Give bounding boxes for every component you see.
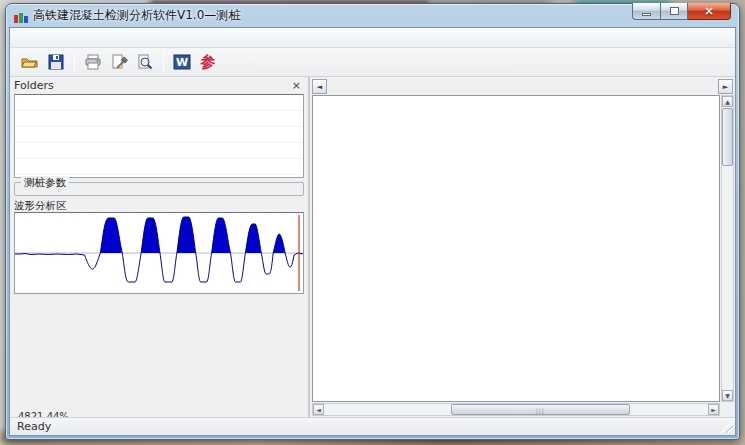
pile-params-title: 测桩参数 bbox=[21, 176, 69, 190]
minimize-button[interactable] bbox=[632, 3, 661, 20]
vertical-scroll-thumb[interactable] bbox=[722, 108, 733, 166]
scroll-right-button[interactable]: ► bbox=[708, 404, 719, 415]
scroll-left-button[interactable]: ◄ bbox=[313, 404, 324, 415]
parameters-icon: 参 bbox=[201, 53, 216, 72]
folder-list[interactable] bbox=[14, 94, 304, 178]
vertical-scrollbar[interactable]: ▲ ▼ bbox=[721, 95, 734, 402]
tab-strip: ◄ ► bbox=[310, 77, 735, 95]
waveform-controls bbox=[14, 297, 304, 312]
window-body: W 参 Folders × 测桩参数 波形分析区 bbox=[9, 27, 736, 436]
status-bar: Ready bbox=[10, 417, 735, 435]
folders-pane-header: Folders × bbox=[14, 77, 304, 93]
maximize-icon bbox=[670, 7, 679, 15]
status-text: Ready bbox=[17, 420, 718, 433]
page-setup-button[interactable] bbox=[107, 51, 131, 73]
data-table-container bbox=[312, 95, 720, 402]
titlebar[interactable]: 高铁建混凝土检测分析软件V1.0—测桩 × bbox=[6, 4, 739, 27]
scroll-up-button[interactable]: ▲ bbox=[722, 96, 733, 107]
folders-pane: Folders × 测桩参数 波形分析区 bbox=[10, 77, 310, 417]
horizontal-scroll-thumb[interactable]: ||| bbox=[451, 404, 630, 415]
pane-close-icon[interactable]: × bbox=[289, 79, 304, 92]
waveform-svg bbox=[15, 213, 303, 293]
close-button[interactable]: × bbox=[688, 3, 731, 20]
close-icon: × bbox=[704, 4, 714, 18]
toolbar-separator bbox=[74, 52, 75, 72]
word-export-button[interactable]: W bbox=[170, 51, 194, 73]
parameters-button[interactable]: 参 bbox=[196, 51, 220, 73]
horizontal-scrollbar[interactable]: ◄ ||| ► bbox=[312, 403, 720, 416]
waveform-area-label: 波形分析区 bbox=[14, 199, 304, 212]
tab-scroll-right-button[interactable]: ► bbox=[718, 79, 733, 94]
minimize-icon bbox=[642, 13, 651, 16]
client-area: Folders × 测桩参数 波形分析区 bbox=[10, 77, 735, 417]
toolbar: W 参 bbox=[10, 48, 735, 77]
menubar bbox=[10, 28, 735, 48]
waveform-readouts bbox=[14, 314, 304, 331]
thumb-grip: ||| bbox=[536, 406, 545, 413]
data-view-pane: ◄ ► ▲ bbox=[310, 77, 735, 417]
waveform-plot[interactable] bbox=[14, 212, 304, 294]
tabs bbox=[329, 77, 716, 95]
open-folder-button[interactable] bbox=[18, 51, 42, 73]
save-button[interactable] bbox=[44, 51, 68, 73]
window-title: 高铁建混凝土检测分析软件V1.0—测桩 bbox=[33, 7, 240, 24]
tab-scroll-left-button[interactable]: ◄ bbox=[312, 79, 327, 94]
print-preview-button[interactable] bbox=[133, 51, 157, 73]
app-icon bbox=[14, 10, 28, 22]
print-button[interactable] bbox=[81, 51, 105, 73]
word-w-glyph: W bbox=[176, 56, 188, 69]
pile-params-group: 测桩参数 bbox=[14, 182, 304, 196]
maximize-button[interactable] bbox=[661, 3, 688, 20]
resize-grip-icon[interactable] bbox=[720, 420, 733, 433]
toolbar-separator bbox=[163, 52, 164, 72]
window-controls: × bbox=[632, 3, 731, 20]
folders-pane-title: Folders bbox=[14, 79, 54, 92]
app-window: 高铁建混凝土检测分析软件V1.0—测桩 × bbox=[5, 3, 740, 440]
scroll-down-button[interactable]: ▼ bbox=[722, 390, 733, 401]
